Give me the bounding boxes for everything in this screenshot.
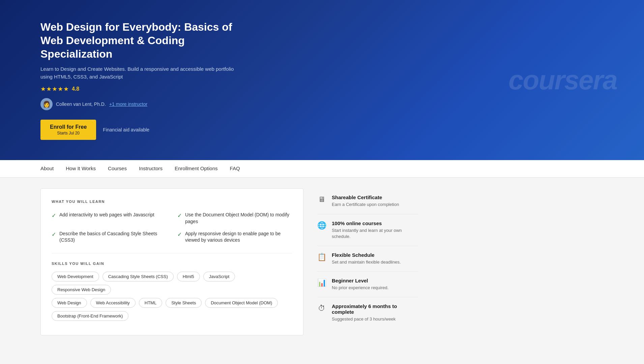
feature-item: 📋 Flexible Schedule Set and maintain fle… (317, 246, 418, 272)
instructor-name: Colleen van Lent, Ph.D. (56, 101, 106, 107)
feature-title: Beginner Level (332, 278, 388, 283)
feature-icon: 📊 (317, 278, 326, 287)
check-icon: ✓ (177, 231, 182, 238)
learn-item: ✓Add interactivity to web pages with Jav… (52, 212, 167, 225)
check-icon: ✓ (177, 212, 182, 219)
skill-tag[interactable]: Document Object Model (DOM) (205, 298, 278, 308)
nav-item-about[interactable]: About (40, 160, 54, 177)
feature-icon: 🖥 (317, 195, 326, 204)
feature-desc: Earn a Certificate upon completion (332, 202, 399, 208)
skill-tag[interactable]: Bootstrap (Front-End Framework) (52, 311, 128, 321)
feature-icon: ⏱ (317, 304, 326, 313)
left-panel: WHAT YOU WILL LEARN ✓Add interactivity t… (40, 188, 303, 342)
hero-content: Web Design for Everybody: Basics of Web … (40, 20, 243, 140)
hero-actions: Enroll for Free Starts Jul 20 Financial … (40, 120, 243, 140)
learn-item: ✓Describe the basics of Cascading Style … (52, 231, 167, 244)
feature-title: Shareable Certificate (332, 194, 399, 200)
skill-tag[interactable]: Html5 (177, 272, 200, 281)
feature-desc: Suggested pace of 3 hours/week (332, 316, 418, 322)
learn-item-text: Describe the basics of Cascading Style S… (59, 231, 167, 244)
navigation-bar: AboutHow It WorksCoursesInstructorsEnrol… (0, 160, 644, 178)
nav-item-enrollment-options[interactable]: Enrollment Options (175, 160, 218, 177)
nav-item-instructors[interactable]: Instructors (139, 160, 163, 177)
skills-row-3: Bootstrap (Front-End Framework) (52, 311, 292, 321)
feature-item: 🌐 100% online courses Start instantly an… (317, 214, 418, 246)
star-icons: ★★★★★ (40, 85, 69, 93)
check-icon: ✓ (52, 212, 56, 219)
enroll-label: Enroll for Free (50, 124, 87, 131)
feature-desc: Start instantly and learn at your own sc… (332, 228, 418, 240)
learn-grid: ✓Add interactivity to web pages with Jav… (52, 212, 292, 243)
enroll-button[interactable]: Enroll for Free Starts Jul 20 (40, 120, 96, 140)
learn-section-title: WHAT YOU WILL LEARN (52, 200, 292, 204)
course-description: Learn to Design and Create Websites. Bui… (40, 65, 243, 81)
feature-desc: Set and maintain flexible deadlines. (332, 259, 401, 265)
skills-row-2: Web DesignWeb AccessibilityHTMLStyle She… (52, 298, 292, 308)
feature-title: Flexible Schedule (332, 252, 401, 258)
feature-item: 📊 Beginner Level No prior experience req… (317, 272, 418, 297)
learn-item: ✓Apply responsive design to enable page … (177, 231, 292, 244)
feature-item: 🖥 Shareable Certificate Earn a Certifica… (317, 188, 418, 214)
feature-icon: 🌐 (317, 221, 326, 230)
feature-item: ⏱ Approximately 6 months to complete Sug… (317, 297, 418, 328)
course-rating: ★★★★★ 4.8 (40, 85, 243, 93)
check-icon: ✓ (52, 231, 56, 238)
skill-tag[interactable]: HTML (139, 298, 162, 308)
skill-tag[interactable]: Cascading Style Sheets (CSS) (103, 272, 174, 281)
feature-desc: No prior experience required. (332, 285, 388, 291)
skill-tag[interactable]: Web Accessibility (90, 298, 136, 308)
more-instructors-link[interactable]: +1 more instructor (109, 101, 147, 107)
feature-icon: 📋 (317, 253, 326, 262)
rating-value: 4.8 (72, 86, 79, 92)
financial-aid-text: Financial aid available (103, 127, 149, 132)
enroll-starts: Starts Jul 20 (57, 131, 80, 136)
coursera-logo-watermark: coursera (508, 65, 617, 96)
skills-section-title: SKILLS YOU WILL GAIN (52, 262, 292, 266)
nav-item-faq[interactable]: FAQ (230, 160, 240, 177)
features-list: 🖥 Shareable Certificate Earn a Certifica… (317, 188, 418, 328)
instructor-info: 👩 Colleen van Lent, Ph.D. +1 more instru… (40, 98, 243, 110)
nav-item-courses[interactable]: Courses (108, 160, 127, 177)
skill-tag[interactable]: Style Sheets (166, 298, 202, 308)
avatar: 👩 (40, 98, 53, 110)
main-content: WHAT YOU WILL LEARN ✓Add interactivity t… (0, 178, 644, 353)
learn-item-text: Apply responsive design to enable page t… (185, 231, 292, 244)
learn-item-text: Add interactivity to web pages with Java… (59, 212, 154, 218)
skills-row-1: Web DevelopmentCascading Style Sheets (C… (52, 272, 292, 295)
skill-tag[interactable]: Responsive Web Design (52, 285, 111, 295)
nav-item-how-it-works[interactable]: How It Works (66, 160, 96, 177)
feature-title: Approximately 6 months to complete (332, 303, 418, 315)
learn-item: ✓Use the Document Object Model (DOM) to … (177, 212, 292, 225)
skill-tag[interactable]: Web Development (52, 272, 99, 281)
feature-title: 100% online courses (332, 220, 418, 226)
learn-item-text: Use the Document Object Model (DOM) to m… (185, 212, 292, 225)
right-panel: 🖥 Shareable Certificate Earn a Certifica… (317, 188, 418, 328)
skill-tag[interactable]: JavaScript (203, 272, 235, 281)
course-title: Web Design for Everybody: Basics of Web … (40, 20, 243, 61)
skill-tag[interactable]: Web Design (52, 298, 87, 308)
learn-card: WHAT YOU WILL LEARN ✓Add interactivity t… (40, 188, 303, 335)
hero-section: Web Design for Everybody: Basics of Web … (0, 0, 644, 160)
